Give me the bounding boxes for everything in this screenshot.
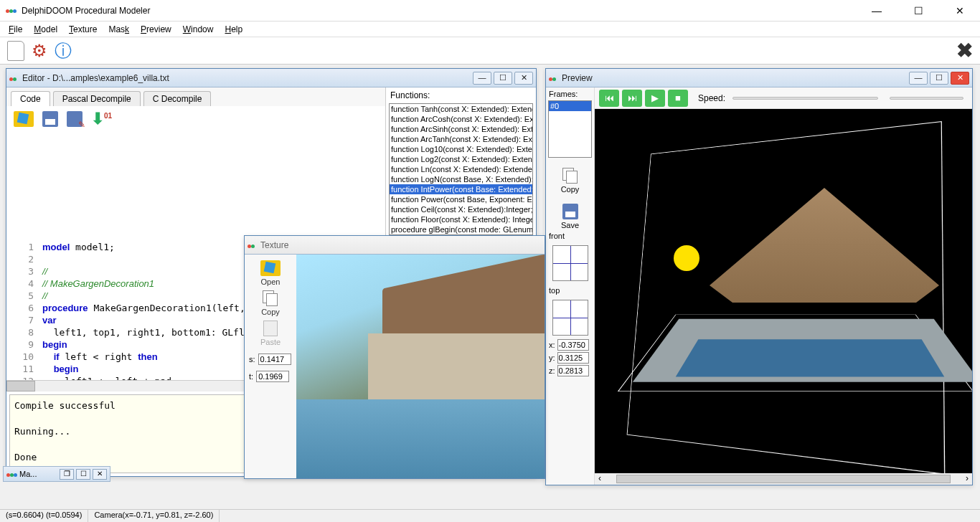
function-list-item[interactable]: function ArcSinh(const X: Extended): Ext… [390,124,532,134]
preview-copy-button[interactable]: Copy [546,168,594,194]
tab-code[interactable]: Code [11,91,50,106]
function-list-item[interactable]: function Tanh(const X: Extended): Extend [390,104,532,114]
y-label: y: [549,353,555,362]
menu-help[interactable]: Help [219,23,248,36]
top-axis-view[interactable] [552,300,588,336]
s-label: s: [249,355,255,364]
stop-button[interactable]: ■ [668,90,688,107]
editor-titlebar[interactable]: Editor - D:\...amples\example6_villa.txt… [6,69,536,87]
app-icon [6,5,17,16]
close-button[interactable]: ✕ [946,1,974,21]
z-label: z: [549,366,555,375]
editor-window-icon [9,73,19,83]
light-gizmo [674,245,699,271]
minimized-window[interactable]: Ma... ❐ ☐ ✕ [3,466,110,482]
copy-icon [562,168,578,184]
preview-viewport[interactable] [595,109,972,473]
mini-max-button[interactable]: ☐ [76,469,90,480]
function-list-item[interactable]: function Floor(const X: Extended): Integ… [390,214,532,224]
preview-window: Preview — ☐ ✕ Frames: #0 Copy Save front [545,68,973,485]
preview-title: Preview [562,73,907,83]
function-list-item[interactable]: function Ceil(const X: Extended):Integer… [390,204,532,214]
editor-tabs: Code Pascal Decompile C Decompile [6,87,385,106]
minimize-button[interactable]: — [862,1,891,21]
t-input[interactable] [256,371,289,382]
y-input[interactable] [557,352,589,364]
menu-model[interactable]: Model [28,23,63,36]
t-label: t: [249,372,253,381]
functions-list[interactable]: function Tanh(const X: Extended): Extend… [389,103,533,235]
status-bar: (s=0.6604) (t=0.0594) Camera(x=-0.71, y=… [0,509,980,522]
viewport-hscrollbar[interactable]: ‹› [595,473,972,485]
texture-copy-button[interactable]: Copy [261,289,280,318]
function-list-item[interactable]: function LogN(const Base, X: Extended): … [390,174,532,184]
preview-close-button[interactable]: ✕ [951,72,969,85]
function-list-item[interactable]: function ArcTanh(const X: Extended): Ext [390,134,532,144]
menu-bar: File Model Texture Mask Preview Window H… [0,22,980,37]
function-list-item[interactable]: function Power(const Base, Exponent: Ex [390,194,532,204]
texture-titlebar[interactable]: Texture [245,236,545,255]
s-input[interactable] [258,353,291,365]
function-list-item[interactable]: function IntPower(const Base: Extended; [390,184,532,194]
top-label: top [546,284,594,297]
menu-window[interactable]: Window [177,23,220,36]
folder-icon [260,260,281,276]
new-doc-icon[interactable] [7,41,24,61]
info-icon[interactable]: ⓘ [55,39,72,62]
front-label: front [546,229,594,242]
play-button[interactable]: ▶ [645,90,665,107]
function-list-item[interactable]: procedure glBegin(const mode: GLenum); [390,224,532,234]
function-list-item[interactable]: function Log10(const X: Extended): Exten [390,144,532,154]
menu-texture[interactable]: Texture [63,23,103,36]
mini-restore-button[interactable]: ❐ [60,469,74,480]
frames-list[interactable]: #0 [548,100,592,158]
texture-image[interactable] [296,255,545,478]
preview-save-button[interactable]: Save [546,204,594,229]
texture-window: Texture Open Copy Paste s: t: [244,235,545,479]
open-file-icon[interactable] [14,111,34,127]
x-input[interactable] [557,339,589,351]
preview-sidebar: Frames: #0 Copy Save front top x: y: [546,87,595,485]
save-as-icon[interactable] [67,111,83,127]
preview-max-button[interactable]: ☐ [930,72,948,85]
texture-title: Texture [260,240,542,250]
preview-min-button[interactable]: — [909,72,928,85]
copy-icon [263,290,278,306]
editor-max-button[interactable]: ☐ [494,72,512,85]
menu-preview[interactable]: Preview [135,23,177,36]
run-icon[interactable]: ⬇01 [91,110,112,128]
mini-close-button[interactable]: ✕ [93,469,107,480]
tab-cdecompile[interactable]: C Decompile [143,91,212,106]
front-axis-view[interactable] [552,245,588,281]
texture-open-button[interactable]: Open [260,259,281,288]
z-input[interactable] [557,365,589,376]
editor-close-button[interactable]: ✕ [514,72,533,85]
forward-button[interactable]: ⏭ [622,90,642,107]
maximize-button[interactable]: ☐ [904,1,933,21]
speed-slider-2[interactable] [890,97,963,100]
preview-window-icon [549,73,559,83]
menu-file[interactable]: File [3,23,28,36]
preview-titlebar[interactable]: Preview — ☐ ✕ [546,69,972,87]
functions-panel: Functions: function Tanh(const X: Extend… [385,87,536,238]
mini-window-icon [6,470,17,478]
save-icon [562,204,578,219]
function-list-item[interactable]: function Log2(const X: Extended): Extend [390,154,532,164]
status-st-coords: (s=0.6604) (t=0.0594) [0,510,88,522]
texture-window-icon [248,240,258,250]
save-file-icon[interactable] [42,111,58,127]
editor-title: Editor - D:\...amples\example6_villa.txt [22,73,471,83]
rewind-button[interactable]: ⏮ [599,90,619,107]
settings-icon[interactable]: ⚙ [32,41,47,61]
function-list-item[interactable]: function Ln(const X: Extended): Extended [390,164,532,174]
frame-item-0[interactable]: #0 [549,101,591,111]
menu-mask[interactable]: Mask [103,23,135,36]
speed-slider[interactable] [732,97,878,100]
line-gutter: 1234567891011121314151617181920 [6,238,38,380]
tab-pascal[interactable]: Pascal Decompile [53,91,141,106]
function-list-item[interactable]: function ArcCosh(const X: Extended): Ext [390,114,532,124]
close-mdi-icon[interactable]: ✖ [956,39,973,62]
mdi-client: Editor - D:\...amples\example6_villa.txt… [0,65,980,495]
editor-min-button[interactable]: — [473,72,491,85]
texture-paste-button[interactable]: Paste [260,319,281,348]
